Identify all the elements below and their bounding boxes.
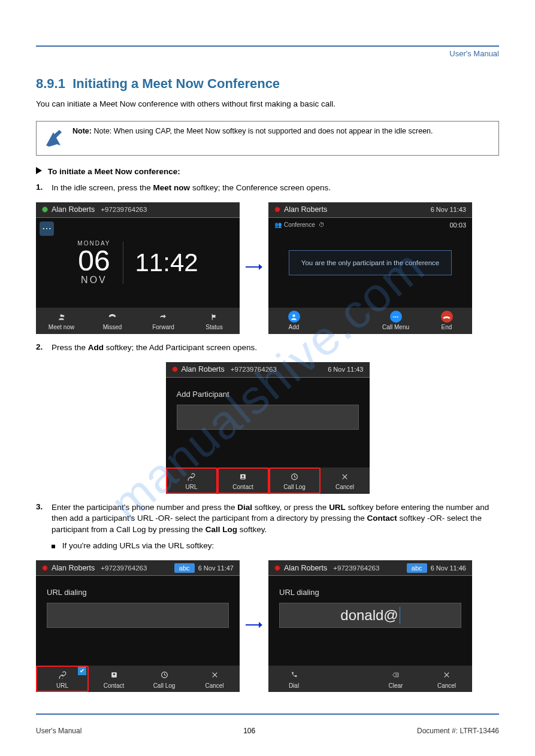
softkey-missed[interactable]: Missed xyxy=(87,308,138,334)
note-text: Note: Note: When using CAP, the Meet Now… xyxy=(72,126,433,137)
close-icon xyxy=(339,470,351,482)
more-button[interactable]: ⋯ xyxy=(40,221,54,236)
phone4-input[interactable] xyxy=(47,603,229,628)
softkey-forward[interactable]: Forward xyxy=(138,308,189,334)
phone2-conf-label: Conference xyxy=(284,221,315,228)
phone3-status: Alan Roberts +97239764263 6 Nov 11:43 xyxy=(166,362,370,378)
softkey-end[interactable]: End xyxy=(421,308,472,334)
url-note: If you're adding URLs via the URL softke… xyxy=(52,541,499,552)
clock-icon: ⏱ xyxy=(319,221,325,228)
phone1-status: Alan Roberts +97239764263 xyxy=(36,202,240,218)
softkey-clear-5[interactable]: Clear xyxy=(370,666,421,692)
phone4-softkeys: ✔ URL Contact Call Log Cancel xyxy=(36,666,240,692)
step-2-index: 2. xyxy=(36,342,47,351)
softkey-cancel-3-label: Cancel xyxy=(335,484,354,490)
meetnow-label: Meet now xyxy=(153,183,191,192)
softkey-cancel-3[interactable]: Cancel xyxy=(321,467,370,494)
svg-point-4 xyxy=(397,316,398,317)
arrow-2 xyxy=(246,620,262,632)
phone2-duration: 00:03 xyxy=(449,221,466,229)
step-2: 2. Press the Add softkey; the Add Partic… xyxy=(36,342,499,354)
softkey-callmenu-label: Call Menu xyxy=(382,324,409,330)
svg-point-2 xyxy=(393,316,394,317)
step-3-index: 3. xyxy=(36,502,47,511)
softkey-status-label: Status xyxy=(205,324,222,330)
s3e: softkey. xyxy=(240,525,267,534)
phone4-name: Alan Roberts xyxy=(52,564,95,572)
bullet-icon xyxy=(52,545,55,548)
footer-center: 106 xyxy=(243,727,255,735)
phone3-name: Alan Roberts xyxy=(182,365,225,374)
backspace-icon xyxy=(390,669,402,681)
triangle-icon xyxy=(36,167,42,174)
phone2-body: 👥 Conference ⏱ 00:03 You are the only pa… xyxy=(268,218,472,308)
softkey-meetnow[interactable]: Meet now xyxy=(36,308,87,334)
phone3-datetime: 6 Nov 11:43 xyxy=(328,366,363,373)
softkey-dial-5[interactable]: Dial xyxy=(268,666,319,692)
phone5-datetime: 6 Nov 11:46 xyxy=(431,564,466,572)
phone3-body: Add Participant xyxy=(166,378,370,467)
softkey-add[interactable]: Add xyxy=(268,308,319,334)
phone5-body: URL dialing donald@ xyxy=(268,576,472,666)
softkey-end-label: End xyxy=(442,324,452,330)
phone2-status: Alan Roberts 6 Nov 11:43 xyxy=(268,202,472,218)
softkey-calllog-4[interactable]: Call Log xyxy=(139,666,189,692)
date-number: 06 xyxy=(77,247,110,275)
phone5-title: URL dialing xyxy=(279,588,319,597)
flag-icon xyxy=(208,311,220,323)
softkey-url-4[interactable]: ✔ URL xyxy=(36,666,89,692)
date-block: MONDAY 06 NOV xyxy=(77,241,110,285)
softkey-cancel-4[interactable]: Cancel xyxy=(189,666,240,692)
footer-left: User's Manual xyxy=(36,727,81,735)
softkey-url[interactable]: URL xyxy=(166,467,217,494)
close-icon-4 xyxy=(208,669,220,681)
arrow-1 xyxy=(246,262,262,274)
step-2-text-b: softkey; the Add Participant screen open… xyxy=(106,343,257,352)
phone3-number: +97239764263 xyxy=(231,366,277,373)
step-1-body: In the idle screen, press the Meet now s… xyxy=(52,183,331,194)
dial-icon xyxy=(288,669,300,681)
phone3-title: Add Participant xyxy=(177,390,229,399)
text-cursor xyxy=(400,607,400,624)
check-icon: ✔ xyxy=(78,667,86,675)
phone5-number: +97239764263 xyxy=(333,564,379,572)
phone4-body: URL dialing xyxy=(36,576,240,666)
section-intro: You can initiate a Meet Now conference w… xyxy=(36,99,499,110)
step-1: 1. In the idle screen, press the Meet no… xyxy=(36,183,499,194)
step-2-body: Press the Add softkey; the Add Participa… xyxy=(52,342,257,354)
softkey-empty-5 xyxy=(319,666,370,692)
phone2-name: Alan Roberts xyxy=(284,205,327,214)
phone5-input[interactable]: donald@ xyxy=(279,603,461,628)
softkey-contact-4-label: Contact xyxy=(104,682,124,689)
dial-label: Dial xyxy=(237,503,252,512)
softkey-forward-label: Forward xyxy=(152,324,174,330)
presence-dot-red-3 xyxy=(172,366,178,372)
phone4-datetime: 6 Nov 11:47 xyxy=(198,564,234,572)
softkey-calllog[interactable]: Call Log xyxy=(269,467,321,494)
presence-dot-red-4 xyxy=(42,565,48,571)
phone4-mode: abc xyxy=(174,563,195,573)
section-title: Initiating a Meet Now Conference xyxy=(72,76,280,91)
softkey-cancel-5[interactable]: Cancel xyxy=(421,666,472,692)
phone5-status: Alan Roberts +97239764263 abc 6 Nov 11:4… xyxy=(268,560,472,576)
softkey-contact[interactable]: Contact xyxy=(217,467,269,494)
softkey-add-label: Add xyxy=(289,324,300,330)
section-number: 8.9.1 xyxy=(36,76,65,91)
presence-dot-green xyxy=(42,207,48,212)
softkey-cancel-4-label: Cancel xyxy=(205,682,223,689)
phone3-input[interactable] xyxy=(177,405,359,430)
note-icon xyxy=(41,126,65,150)
softkey-contact-4[interactable]: Contact xyxy=(89,666,139,692)
add-icon xyxy=(288,311,300,323)
group-icon: 👥 xyxy=(274,221,282,228)
phone-add-participant: Alan Roberts +97239764263 6 Nov 11:43 Ad… xyxy=(166,362,370,494)
phone4-number: +97239764263 xyxy=(101,564,147,572)
phone4-title: URL dialing xyxy=(47,588,87,597)
calllog-label: Call Log xyxy=(205,525,237,534)
steps-lead-text: To initiate a Meet Now conference: xyxy=(48,167,180,176)
softkey-status[interactable]: Status xyxy=(189,308,240,334)
softkey-callmenu[interactable]: Call Menu xyxy=(370,308,421,334)
step-2-text-a: Press the xyxy=(52,343,88,352)
step-1-text-b: softkey; the Conference screen opens. xyxy=(192,183,331,192)
date-time-block: MONDAY 06 NOV 11:42 xyxy=(77,241,198,285)
